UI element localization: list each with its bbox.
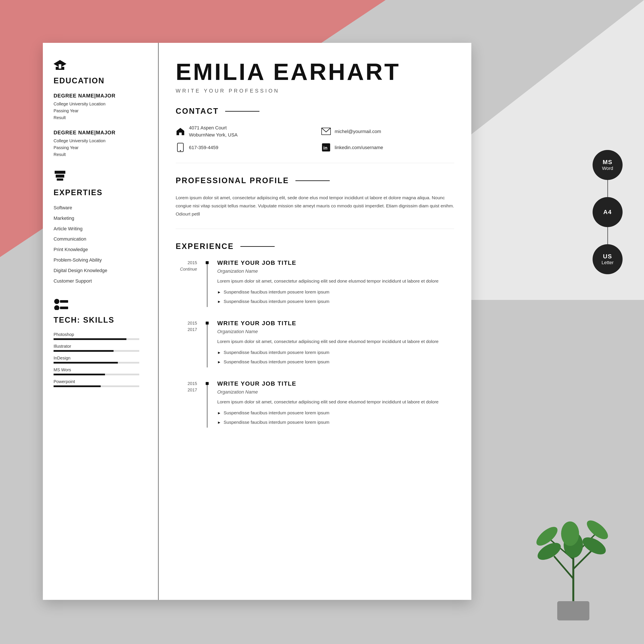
edu-year-2: Passing Year: [54, 144, 147, 151]
exp-entry-1: 2015 Continue WRITE YOUR JOB TITLE Organ…: [176, 259, 454, 307]
tech-skills-title: TECH: SKILLS: [54, 316, 147, 325]
bullet-arrow-icon: ►: [217, 359, 221, 365]
edu-university-2: College University Location: [54, 137, 147, 144]
skill-name-4: MS Wors: [54, 367, 147, 372]
skill-bar-fill-3: [54, 362, 118, 364]
badge-a4-top: A4: [603, 209, 612, 216]
svg-point-7: [54, 305, 59, 310]
expertise-item-7: Digital Design Knowledge: [54, 267, 147, 274]
edu-university-1: College University Location: [54, 100, 147, 107]
profile-title: PROFESSIONAL PROFILE: [176, 176, 289, 185]
exp-year-1: 2015 Continue: [176, 259, 197, 307]
contact-header: CONTACT: [176, 107, 454, 116]
bullet-arrow-icon: ►: [217, 410, 221, 416]
skill-bar-bg-3: [54, 362, 139, 364]
skill-bar-bg-2: [54, 350, 139, 352]
skill-name-5: Powerpoint: [54, 379, 147, 384]
svg-line-18: [554, 556, 573, 579]
contact-linkedin: in linkedin.com/username: [321, 143, 454, 152]
linkedin-icon: in: [321, 143, 331, 152]
exp-desc-1: Lorem ipsum dolor sit amet, consectetur …: [217, 277, 454, 285]
exp-year-3: 2015 2017: [176, 380, 197, 428]
expertise-item-4: Communication: [54, 236, 147, 243]
exp-year-end-1: Continue: [176, 266, 197, 272]
candidate-name: EMILIA EARHART: [176, 60, 454, 84]
badge-us-bottom: Letter: [602, 260, 614, 265]
experties-icon: [54, 171, 147, 185]
edu-entry-2: DEGREE NAME|MAJOR College University Loc…: [54, 130, 147, 158]
skill-name-1: Photoshop: [54, 332, 147, 337]
skill-bar-fill-1: [54, 338, 126, 340]
edu-degree-2: DEGREE NAME|MAJOR: [54, 130, 147, 136]
badge-a4: A4: [593, 197, 623, 227]
edu-year-1: Passing Year: [54, 107, 147, 114]
edu-result-1: Result: [54, 114, 147, 121]
resume-container: EDUCATION DEGREE NAME|MAJOR College Univ…: [43, 43, 471, 600]
exp-timeline-2: [206, 320, 209, 367]
expertise-item-8: Customer Support: [54, 278, 147, 285]
skill-powerpoint: Powerpoint: [54, 379, 147, 387]
contact-title: CONTACT: [176, 107, 219, 116]
candidate-profession: WRITE YOUR PROFESSION: [176, 88, 454, 94]
svg-rect-9: [60, 307, 68, 309]
exp-dot-1: [206, 261, 209, 264]
svg-rect-3: [55, 171, 65, 174]
exp-line-1: [207, 264, 207, 307]
bullet-arrow-icon: ►: [217, 289, 221, 296]
expertise-item-6: Problem-Solving Ability: [54, 257, 147, 264]
exp-bullet-2-1: ► Suspendisse faucibus interdum posuere …: [217, 349, 454, 356]
badge-connector-1: [607, 180, 608, 197]
expertise-item-3: Article Writing: [54, 226, 147, 232]
contact-phone-text: 617-359-4459: [189, 144, 218, 151]
exp-org-2: Organization Name: [217, 329, 454, 334]
education-section: EDUCATION DEGREE NAME|MAJOR College Univ…: [54, 60, 147, 158]
contact-address: 4071 Aspen Court WoburnNew York, USA: [176, 124, 309, 138]
skill-name-3: InDesign: [54, 356, 147, 361]
exp-bullet-3-1: ► Suspendisse faucibus interdum posuere …: [217, 409, 454, 417]
contact-email-text: michel@yourmail.com: [335, 128, 381, 135]
exp-dot-2: [206, 322, 209, 325]
badge-connector-2: [607, 227, 608, 244]
skill-photoshop: Photoshop: [54, 332, 147, 340]
experience-line: [240, 246, 275, 247]
edu-result-2: Result: [54, 151, 147, 158]
contact-grid: 4071 Aspen Court WoburnNew York, USA mic…: [176, 124, 454, 163]
skill-name-2: Illustrator: [54, 344, 147, 349]
skill-indesign: InDesign: [54, 356, 147, 364]
exp-entry-2: 2015 2017 WRITE YOUR JOB TITLE Organizat…: [176, 320, 454, 367]
exp-year-end-2: 2017: [176, 326, 197, 333]
exp-year-start-2: 2015: [176, 320, 197, 326]
expertise-item-2: Marketing: [54, 215, 147, 222]
plant-decoration: [520, 498, 627, 627]
exp-timeline-3: [206, 380, 209, 428]
skill-illustrator: Illustrator: [54, 344, 147, 352]
svg-text:in: in: [323, 145, 328, 151]
skill-bar-bg-1: [54, 338, 139, 340]
badge-ms-top: MS: [603, 159, 613, 166]
exp-bullet-3-2: ► Suspendisse faucibus interdum posuere …: [217, 418, 454, 426]
svg-point-27: [561, 521, 579, 546]
badge-us-top: US: [603, 253, 612, 260]
contact-address-text: 4071 Aspen Court WoburnNew York, USA: [189, 124, 238, 138]
home-icon: [176, 127, 185, 136]
skill-bar-bg-5: [54, 385, 139, 387]
badge-us-letter: US Letter: [593, 244, 623, 274]
bullet-arrow-icon: ►: [217, 298, 221, 305]
sidebar: EDUCATION DEGREE NAME|MAJOR College Univ…: [43, 43, 159, 600]
email-icon: [321, 127, 331, 136]
expertise-list: Software Marketing Article Writing Commu…: [54, 205, 147, 284]
exp-year-end-3: 2017: [176, 387, 197, 393]
svg-point-6: [54, 299, 59, 304]
badges-container: MS Word A4 US Letter: [593, 150, 623, 274]
exp-bullet-1-2: ► Suspendisse faucibus interdum posuere …: [217, 298, 454, 305]
edu-degree-1: DEGREE NAME|MAJOR: [54, 93, 147, 99]
svg-rect-16: [557, 601, 589, 620]
skill-bar-bg-4: [54, 374, 139, 375]
exp-org-3: Organization Name: [217, 389, 454, 395]
skill-msword: MS Wors: [54, 367, 147, 375]
experience-title: EXPERIENCE: [176, 242, 234, 251]
profile-text: Lorem ipsum dolor sit amet, consectetur …: [176, 194, 454, 229]
tech-skills-section: TECH: SKILLS Photoshop Illustrator InDes…: [54, 297, 147, 387]
education-title: EDUCATION: [54, 76, 147, 85]
exp-year-start-3: 2015: [176, 380, 197, 387]
